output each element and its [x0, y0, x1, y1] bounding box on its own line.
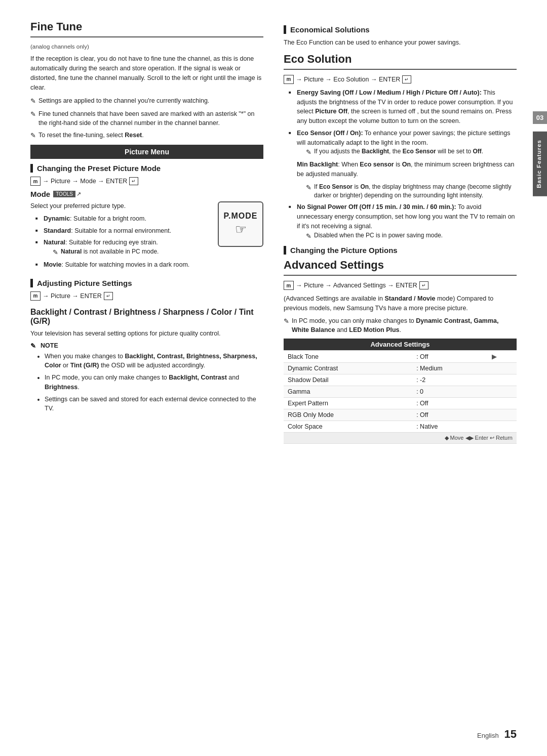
backlight-note-3: Settings can be saved and stored for eac… — [45, 395, 263, 414]
eco-solution-section: Eco Solution m → Picture → Eco Solution … — [284, 53, 517, 241]
row-value-2: : Medium — [412, 363, 488, 374]
advanced-settings-title: Advanced Settings — [284, 259, 517, 276]
page-language: English — [477, 732, 499, 739]
table-row: Expert Pattern : Off — [284, 398, 517, 409]
mode-movie: Movie: Suitable for watching movies in a… — [35, 260, 213, 270]
table-row: Gamma : 0 — [284, 386, 517, 398]
backlight-title: Backlight / Contrast / Brightness / Shar… — [30, 308, 263, 326]
row-arrow-1: ▶ — [488, 351, 517, 363]
fine-tune-note-3: ✎ To reset the fine-tuning, select Reset… — [30, 131, 263, 141]
changing-options-header: Changing the Picture Options — [284, 246, 517, 255]
fine-tune-note-2: ✎ Fine tuned channels that have been sav… — [30, 109, 263, 128]
page-container: 03 Basic Features Fine Tune (analog chan… — [0, 0, 547, 756]
adjusting-menu-text: → Picture → ENTER — [43, 292, 102, 300]
chapter-label: Basic Features — [533, 132, 547, 196]
changing-options-title: Changing the Picture Options — [290, 246, 517, 255]
backlight-notes: When you make changes to Backlight, Cont… — [45, 352, 263, 414]
eco-sensor-note2-text: If Eco Sensor is On, the display brightn… — [314, 183, 517, 200]
note-pencil-icon-7: ✎ — [306, 183, 311, 193]
pmode-box: P.MODE ☞ — [218, 201, 263, 247]
analog-note: (analog channels only) — [30, 43, 263, 51]
enter-icon-2: ↵ — [104, 292, 113, 300]
adjusting-title: Adjusting Picture Settings — [37, 279, 263, 287]
mode-dynamic: Dynamic: Suitable for a bright room. — [35, 214, 213, 224]
table-row: Dynamic Contrast : Medium — [284, 363, 517, 374]
changing-preset-section: Changing the Preset Picture Mode m → Pic… — [30, 164, 263, 186]
backlight-body: Your television has several setting opti… — [30, 329, 263, 339]
backlight-note-1: When you make changes to Backlight, Cont… — [45, 352, 263, 371]
changing-preset-menu-path: m → Picture → Mode → ENTER ↵ — [30, 177, 263, 186]
fine-tune-note-2-text: Fine tuned channels that have been saved… — [38, 109, 263, 128]
mode-content: Select your preferred picture type. Dyna… — [30, 201, 213, 274]
row-label-4: Gamma — [284, 386, 412, 398]
changing-preset-title: Changing the Preset Picture Mode — [37, 164, 263, 173]
changing-options-section: Changing the Picture Options — [284, 246, 517, 255]
eco-sensor-note2: ✎ If Eco Sensor is On, the display brigh… — [306, 183, 517, 200]
mode-list: Dynamic: Suitable for a bright room. Sta… — [35, 214, 213, 270]
note-label: NOTE — [41, 342, 58, 349]
table-row: Shadow Detail : -2 — [284, 374, 517, 386]
row-label-5: Expert Pattern — [284, 398, 412, 409]
advanced-pc-note-text: In PC mode, you can only make changes to… — [292, 316, 517, 334]
row-arrow-4 — [488, 386, 517, 398]
enter-icon-3: ↵ — [402, 75, 411, 83]
note-header: ✎ NOTE — [30, 342, 263, 350]
fine-tune-note-1: ✎ Settings are applied to the channel yo… — [30, 96, 263, 106]
table-row: Black Tone : Off ▶ — [284, 351, 517, 363]
eco-power-note: ✎ Disabled when the PC is in power savin… — [306, 231, 517, 241]
eco-item-1: Energy Saving (Off / Low / Medium / High… — [289, 88, 517, 126]
row-arrow-7 — [488, 421, 517, 433]
row-arrow-3 — [488, 374, 517, 386]
tools-icon: ↗ — [76, 191, 81, 197]
row-value-1: : Off — [412, 351, 488, 363]
adjusting-section: Adjusting Picture Settings m → Picture →… — [30, 279, 263, 301]
economical-title: Economical Solutions — [290, 25, 517, 34]
note-pencil-icon-6: ✎ — [306, 148, 311, 157]
menu-icon-2: m — [30, 291, 41, 301]
economical-body: The Eco Function can be used to enhance … — [284, 38, 517, 48]
row-value-5: : Off — [412, 398, 488, 409]
note-pencil-icon-5: ✎ — [30, 342, 36, 350]
row-label-6: RGB Only Mode — [284, 409, 412, 421]
menu-icon-4: m — [284, 281, 294, 290]
menu-icon-1: m — [30, 177, 41, 186]
page-footer: English 15 — [477, 728, 517, 741]
table-row: RGB Only Mode : Off — [284, 409, 517, 421]
backlight-note-2: In PC mode, you can only make changes to… — [45, 373, 263, 392]
note-pencil-icon-2: ✎ — [30, 110, 36, 119]
mode-title: Mode — [30, 190, 50, 198]
changing-preset-header: Changing the Preset Picture Mode — [30, 164, 263, 173]
mode-section: Mode TOOLS ↗ Select your preferred pictu… — [30, 190, 263, 274]
note-pencil-icon-4: ✎ — [53, 248, 58, 258]
min-backlight-text: Min Backlight: When Eco sensor is On, th… — [297, 160, 517, 179]
right-column: Economical Solutions The Eco Function ca… — [284, 20, 517, 444]
note-pencil-icon-1: ✎ — [30, 97, 36, 106]
note-pencil-icon-8: ✎ — [306, 232, 311, 241]
row-arrow-5 — [488, 398, 517, 409]
table-row: Color Space : Native — [284, 421, 517, 433]
advanced-settings-table: Advanced Settings Black Tone : Off ▶ Dyn… — [284, 339, 517, 444]
table-body: Black Tone : Off ▶ Dynamic Contrast : Me… — [284, 351, 517, 433]
fine-tune-note-3-text: To reset the fine-tuning, select Reset. — [38, 131, 144, 140]
table-header: Advanced Settings — [284, 339, 517, 351]
note-pencil-icon-3: ✎ — [30, 131, 36, 141]
advanced-note1: (Advanced Settings are available in Stan… — [284, 294, 517, 313]
menu-icon-3: m — [284, 75, 294, 84]
note-pencil-icon-9: ✎ — [284, 317, 289, 326]
eco-sensor-note1-text: If you adjusts the Backlight, the Eco Se… — [314, 147, 483, 156]
eco-power-note-text: Disabled when the PC is in power saving … — [314, 231, 443, 240]
advanced-pc-note: ✎ In PC mode, you can only make changes … — [284, 316, 517, 334]
mode-natural-note: ✎ Natural is not available in PC mode. — [53, 247, 213, 258]
enter-icon-4: ↵ — [419, 281, 428, 289]
fine-tune-section: Fine Tune (analog channels only) If the … — [30, 20, 263, 141]
row-label-2: Dynamic Contrast — [284, 363, 412, 374]
eco-menu-path: m → Picture → Eco Solution → ENTER ↵ — [284, 75, 517, 84]
eco-solution-title: Eco Solution — [284, 53, 517, 70]
advanced-menu-path: m → Picture → Advanced Settings → ENTER … — [284, 281, 517, 290]
mode-natural-note-text: Natural is not available in PC mode. — [61, 247, 159, 256]
adjusting-header: Adjusting Picture Settings — [30, 279, 263, 287]
fine-tune-title: Fine Tune — [30, 20, 263, 37]
picture-menu-bar: Picture Menu — [30, 145, 263, 159]
enter-icon-1: ↵ — [129, 177, 138, 185]
table-footer-row: ◆ Move ◀▶ Enter ↩ Return — [284, 433, 517, 444]
